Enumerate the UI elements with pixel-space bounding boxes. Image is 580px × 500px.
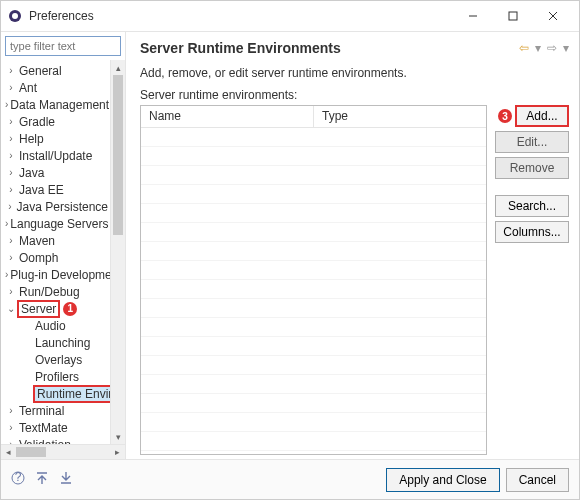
scroll-right-icon[interactable]: ▸ xyxy=(110,447,125,457)
import-icon[interactable] xyxy=(35,471,49,488)
tree-item-label: Profilers xyxy=(33,370,81,384)
table-body xyxy=(141,128,486,454)
tree-item[interactable]: ›Java EE xyxy=(1,181,110,198)
tree-vertical-scrollbar[interactable]: ▴ ▾ xyxy=(110,60,125,444)
tree-item[interactable]: ›Maven xyxy=(1,232,110,249)
titlebar: Preferences xyxy=(1,1,579,31)
maximize-button[interactable] xyxy=(493,2,533,30)
tree-item-label: Maven xyxy=(17,234,57,248)
chevron-right-icon[interactable]: › xyxy=(5,133,17,144)
runtime-table[interactable]: Name Type xyxy=(140,105,487,455)
dialog-footer: ? Apply and Close Cancel xyxy=(1,459,579,499)
annotation-badge-3: 3 xyxy=(498,109,512,123)
main-panel: Server Runtime Environments ⇦ ▾ ⇨ ▾ Add,… xyxy=(126,32,579,459)
preferences-window: Preferences ›General›Ant›Data Management… xyxy=(0,0,580,500)
tree-item[interactable]: ›Java xyxy=(1,164,110,181)
tree-item[interactable]: ›Oomph xyxy=(1,249,110,266)
scroll-down-icon[interactable]: ▾ xyxy=(111,429,125,444)
chevron-right-icon[interactable]: › xyxy=(5,184,17,195)
tree-item-label: Server xyxy=(17,300,60,318)
scroll-left-icon[interactable]: ◂ xyxy=(1,447,16,457)
app-icon xyxy=(7,8,23,24)
chevron-right-icon[interactable]: › xyxy=(5,167,17,178)
cancel-button[interactable]: Cancel xyxy=(506,468,569,492)
search-button[interactable]: Search... xyxy=(495,195,569,217)
tree-item-label: Java xyxy=(17,166,46,180)
tree-item[interactable]: ›Gradle xyxy=(1,113,110,130)
close-button[interactable] xyxy=(533,2,573,30)
tree-item[interactable]: ›General xyxy=(1,62,110,79)
chevron-right-icon[interactable]: › xyxy=(5,82,17,93)
tree-item-label: Data Management xyxy=(8,98,110,112)
tree-item-label: General xyxy=(17,64,64,78)
tree-item[interactable]: ›Validation xyxy=(1,436,110,444)
chevron-down-icon[interactable]: ⌄ xyxy=(5,303,17,314)
tree-item[interactable]: ›Java Persistence xyxy=(1,198,110,215)
page-toolbar: ⇦ ▾ ⇨ ▾ xyxy=(519,41,569,55)
svg-rect-3 xyxy=(509,12,517,20)
tree-item[interactable]: ›Plug-in Development xyxy=(1,266,110,283)
history-menu-icon[interactable]: ▾ xyxy=(535,41,541,55)
forward-icon[interactable]: ⇨ xyxy=(547,41,557,55)
tree-item-label: Terminal xyxy=(17,404,66,418)
chevron-right-icon[interactable]: › xyxy=(5,201,15,212)
export-icon[interactable] xyxy=(59,471,73,488)
help-icon[interactable]: ? xyxy=(11,471,25,488)
tree-item[interactable]: ›Help xyxy=(1,130,110,147)
scroll-thumb[interactable] xyxy=(113,75,123,235)
tree-child-item[interactable]: Runtime Envir2 xyxy=(1,385,110,402)
tree-child-item[interactable]: Overlays xyxy=(1,351,110,368)
tree-item-label: Plug-in Development xyxy=(8,268,110,282)
toolbar-menu-icon[interactable]: ▾ xyxy=(563,41,569,55)
tree-item-label: Gradle xyxy=(17,115,57,129)
scroll-up-icon[interactable]: ▴ xyxy=(111,60,125,75)
tree-item[interactable]: ›Run/Debug xyxy=(1,283,110,300)
tree-item-label: Java EE xyxy=(17,183,66,197)
filter-input[interactable] xyxy=(5,36,121,56)
tree-child-item[interactable]: Audio xyxy=(1,317,110,334)
chevron-right-icon[interactable]: › xyxy=(5,116,17,127)
page-description: Add, remove, or edit server runtime envi… xyxy=(140,66,569,80)
tree-item[interactable]: ⌄Server1 xyxy=(1,300,110,317)
chevron-right-icon[interactable]: › xyxy=(5,235,17,246)
page-title: Server Runtime Environments xyxy=(140,40,519,56)
tree-item-label: Oomph xyxy=(17,251,60,265)
tree-item-label: Runtime Envir xyxy=(33,385,110,403)
tree-item[interactable]: ›Ant xyxy=(1,79,110,96)
sidebar: ›General›Ant›Data Management›Gradle›Help… xyxy=(1,32,126,459)
tree-item[interactable]: ›Language Servers xyxy=(1,215,110,232)
add-button[interactable]: Add... xyxy=(515,105,569,127)
tree-item-label: TextMate xyxy=(17,421,70,435)
dialog-body: ›General›Ant›Data Management›Gradle›Help… xyxy=(1,31,579,459)
list-label: Server runtime environments: xyxy=(140,88,569,102)
column-type[interactable]: Type xyxy=(314,106,486,127)
tree-item[interactable]: ›Data Management xyxy=(1,96,110,113)
columns-button[interactable]: Columns... xyxy=(495,221,569,243)
chevron-right-icon[interactable]: › xyxy=(5,150,17,161)
chevron-right-icon[interactable]: › xyxy=(5,286,17,297)
tree-child-item[interactable]: Profilers xyxy=(1,368,110,385)
tree-child-item[interactable]: Launching xyxy=(1,334,110,351)
column-name[interactable]: Name xyxy=(141,106,314,127)
tree-item[interactable]: ›Install/Update xyxy=(1,147,110,164)
tree-item-label: Install/Update xyxy=(17,149,94,163)
chevron-right-icon[interactable]: › xyxy=(5,405,17,416)
tree-item[interactable]: ›Terminal xyxy=(1,402,110,419)
tree-item-label: Run/Debug xyxy=(17,285,82,299)
button-column: 3 Add... Edit... Remove Search... Column… xyxy=(495,105,569,455)
minimize-button[interactable] xyxy=(453,2,493,30)
tree-horizontal-scrollbar[interactable]: ◂ ▸ xyxy=(1,444,125,459)
preferences-tree[interactable]: ›General›Ant›Data Management›Gradle›Help… xyxy=(1,60,110,444)
apply-and-close-button[interactable]: Apply and Close xyxy=(386,468,499,492)
back-icon[interactable]: ⇦ xyxy=(519,41,529,55)
chevron-right-icon[interactable]: › xyxy=(5,65,17,76)
tree-item-label: Launching xyxy=(33,336,92,350)
tree-item-label: Overlays xyxy=(33,353,84,367)
chevron-right-icon[interactable]: › xyxy=(5,252,17,263)
tree-item-label: Help xyxy=(17,132,46,146)
chevron-right-icon[interactable]: › xyxy=(5,422,17,433)
tree-item[interactable]: ›TextMate xyxy=(1,419,110,436)
tree-item-label: Ant xyxy=(17,81,39,95)
remove-button: Remove xyxy=(495,157,569,179)
hscroll-thumb[interactable] xyxy=(16,447,46,457)
